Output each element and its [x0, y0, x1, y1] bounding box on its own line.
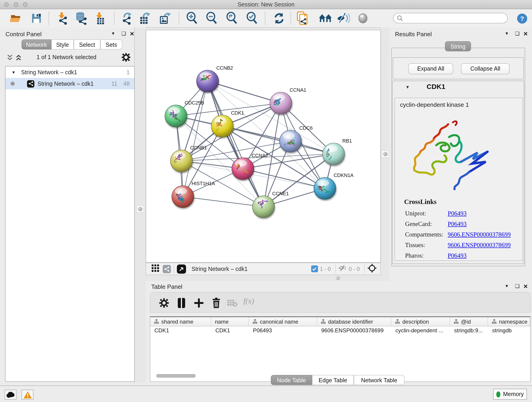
network-node-CDK1[interactable] [211, 115, 233, 137]
hide-graphics-details-button[interactable] [336, 12, 350, 25]
column-header-description[interactable]: description [391, 317, 450, 326]
panel-close-icon[interactable]: ✕ [522, 283, 529, 290]
export-network-button[interactable] [120, 12, 134, 25]
network-edge[interactable] [183, 197, 264, 207]
selected-checkbox-icon[interactable] [311, 265, 318, 272]
panel-float-icon[interactable]: ❑ [514, 283, 520, 289]
network-node-CCNE1[interactable] [253, 196, 274, 218]
zoom-fit-button[interactable] [225, 12, 239, 25]
hidden-eye-slash-icon[interactable] [339, 265, 347, 273]
left-splitter-handle[interactable] [137, 205, 144, 213]
import-network-from-database-button[interactable] [74, 12, 88, 25]
help-button[interactable]: ? [515, 12, 529, 25]
string-home-button[interactable] [318, 12, 332, 25]
table-cell[interactable]: CDK1 [150, 326, 211, 335]
table-cell[interactable]: stringdb [488, 326, 530, 335]
save-session-button[interactable] [29, 12, 43, 25]
crosslink-link[interactable]: P06493 [448, 210, 467, 217]
apply-layout-button[interactable] [272, 12, 286, 25]
crosslink-link[interactable]: P06493 [448, 252, 467, 259]
tab-edge-table[interactable]: Edge Table [312, 375, 354, 385]
column-header-namespace[interactable]: namespace [488, 317, 530, 326]
table-cell[interactable]: cyclin-dependent ... [391, 326, 450, 335]
network-collection-row[interactable]: ▼ String Network – cdk1 1 [6, 66, 134, 78]
warnings-button[interactable] [22, 390, 33, 400]
crosslink-link[interactable]: 9606.ENSP00000378699 [448, 242, 511, 249]
zoom-out-button[interactable] [205, 12, 219, 25]
expand-all-button[interactable]: Expand All [408, 63, 453, 74]
table-cell[interactable]: 9606.ENSP00000378699 [317, 326, 391, 335]
column-header-@id[interactable]: @id [450, 317, 488, 326]
tab-sets[interactable]: Sets [100, 39, 122, 50]
column-header-name[interactable]: name [211, 317, 249, 326]
expand-all-networks-icon[interactable] [6, 54, 13, 63]
network-node-CCNB2[interactable] [196, 70, 219, 92]
network-options-gear-icon[interactable] [121, 53, 131, 64]
right-splitter-handle[interactable] [382, 150, 389, 158]
export-table-button[interactable] [138, 12, 152, 25]
network-type-icon[interactable] [163, 265, 171, 273]
column-header-database-identifier[interactable]: database identifier [317, 317, 391, 326]
import-network-from-file-button[interactable] [56, 12, 70, 25]
table-settings-gear-button[interactable] [158, 297, 171, 309]
network-node-CCNA2[interactable] [232, 158, 254, 180]
tab-network-table[interactable]: Network Table [354, 375, 405, 385]
delete-column-button[interactable] [210, 297, 223, 309]
network-node-RB1[interactable] [323, 143, 345, 165]
network-edge[interactable] [208, 81, 264, 207]
panel-float-icon[interactable]: ❑ [514, 31, 520, 37]
crosslink-link[interactable]: 9606.ENSP00000378699 [448, 231, 511, 238]
show-graphics-details-button[interactable] [356, 12, 370, 25]
collapse-all-networks-icon[interactable] [15, 54, 22, 63]
protein-collapse-icon[interactable]: ▼ [405, 85, 410, 89]
network-node-CDKN1A[interactable] [314, 177, 336, 199]
horizontal-splitter-handle[interactable] [336, 276, 340, 280]
panel-menu-icon[interactable]: ▼ [504, 284, 510, 288]
table-cell[interactable]: stringdb:9... [450, 326, 488, 335]
table-horizontal-scrollbar[interactable] [156, 374, 196, 378]
tab-string[interactable]: String [445, 41, 471, 51]
crosslink-link[interactable]: P06493 [448, 220, 467, 228]
network-edge[interactable] [183, 81, 208, 197]
new-network-from-selection-button[interactable] [296, 12, 309, 25]
search-input[interactable] [403, 13, 507, 23]
zoom-selected-button[interactable] [245, 12, 259, 25]
crosshair-icon[interactable] [367, 264, 377, 274]
network-node-HIST1H1A[interactable] [172, 186, 194, 208]
panel-close-icon[interactable]: ✕ [522, 31, 529, 37]
zoom-in-button[interactable] [185, 12, 199, 25]
left-splitter[interactable] [135, 27, 146, 383]
network-node-CDC25B[interactable] [165, 105, 187, 127]
network-canvas[interactable]: CCNB2CCNA1CDC25BCDK1CDC6RB1CCNB1CCNA2CDK… [146, 30, 381, 263]
memory-button[interactable]: Memory [493, 389, 527, 400]
panel-menu-icon[interactable]: ▼ [504, 31, 510, 36]
network-row-selected[interactable]: String Network – cdk1 11 48 [6, 78, 134, 89]
export-image-button[interactable] [158, 12, 172, 25]
tab-network[interactable]: Network [22, 39, 51, 50]
network-node-CDC6[interactable] [279, 130, 302, 152]
open-session-button[interactable] [9, 12, 22, 25]
tab-style[interactable]: Style [51, 39, 74, 50]
network-node-CCNA1[interactable] [270, 92, 292, 114]
import-table-from-file-button[interactable] [94, 12, 107, 25]
network-node-CCNB1[interactable] [171, 149, 192, 172]
birdseye-grid-icon[interactable] [152, 264, 159, 273]
table-cell[interactable]: CDK1 [211, 326, 249, 335]
panel-menu-icon[interactable]: ▼ [110, 31, 116, 36]
collapse-all-button[interactable]: Collapse All [461, 63, 510, 74]
table-row[interactable]: CDK1CDK1P064939606.ENSP00000378699cyclin… [150, 326, 530, 335]
show-column-button[interactable] [175, 297, 188, 309]
cloud-status-button[interactable] [5, 390, 17, 400]
column-header-canonical-name[interactable]: canonical name [249, 317, 317, 326]
network-edge[interactable] [208, 81, 281, 103]
network-edge[interactable] [222, 126, 334, 154]
collection-expand-icon[interactable]: ▼ [6, 70, 16, 75]
open-in-window-icon[interactable] [177, 264, 186, 274]
tab-node-table[interactable]: Node Table [271, 375, 312, 385]
right-splitter[interactable] [381, 27, 389, 281]
panel-close-icon[interactable]: ✕ [129, 31, 135, 37]
create-column-button[interactable] [192, 297, 205, 309]
table-cell[interactable]: P06493 [249, 326, 317, 335]
tab-select[interactable]: Select [74, 39, 100, 50]
panel-float-icon[interactable]: ❑ [120, 31, 127, 37]
